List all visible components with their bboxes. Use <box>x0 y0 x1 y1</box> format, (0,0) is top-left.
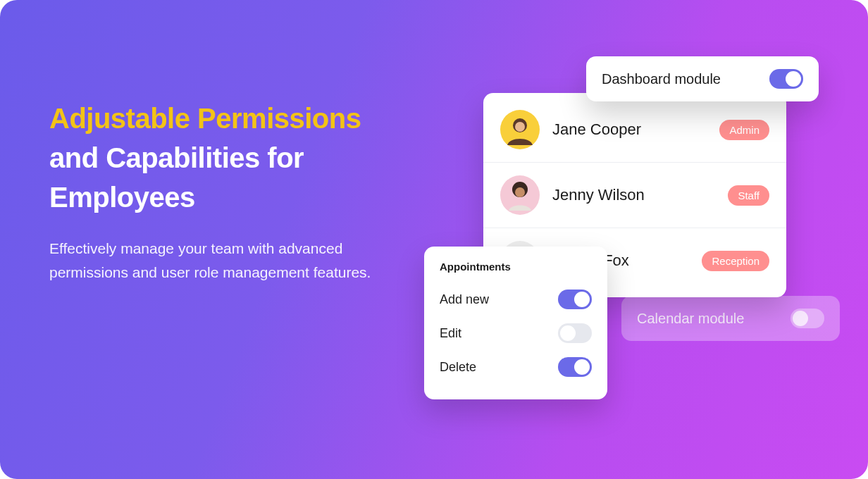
user-row[interactable]: Jane Cooper Admin <box>483 97 786 163</box>
toggle-knob <box>574 359 590 375</box>
subheadline: Effectively manage your team with advanc… <box>49 237 416 284</box>
headline: Adjustable Permissions and Capabilities … <box>49 99 416 217</box>
dashboard-module-label: Dashboard module <box>602 71 721 87</box>
perm-label: Add new <box>440 292 489 307</box>
perm-row-edit: Edit <box>440 316 592 350</box>
appointments-permissions-card: Appointments Add new Edit Delete <box>424 247 607 399</box>
perm-toggle-delete[interactable] <box>558 357 592 377</box>
toggle-knob <box>786 71 801 87</box>
svg-point-2 <box>515 122 525 132</box>
svg-point-5 <box>515 187 525 197</box>
user-name: Jane Cooper <box>552 120 707 139</box>
headline-rest: and Capabilities for Employees <box>49 142 304 213</box>
appointments-title: Appointments <box>440 261 592 273</box>
perm-toggle-edit[interactable] <box>558 323 592 343</box>
calendar-module-label: Calendar module <box>637 311 744 327</box>
avatar <box>500 175 540 215</box>
perm-label: Delete <box>440 360 476 375</box>
dashboard-module-toggle[interactable] <box>769 69 803 89</box>
hero-section: Adjustable Permissions and Capabilities … <box>0 0 868 479</box>
headline-accent: Adjustable Permissions <box>49 103 361 134</box>
role-pill: Staff <box>728 185 769 206</box>
calendar-module-card: Calendar module <box>621 296 840 341</box>
toggle-knob <box>793 311 808 326</box>
cards-stage: Dashboard module Jane Cooper Admin Jenny… <box>424 56 819 423</box>
hero-copy: Adjustable Permissions and Capabilities … <box>49 99 416 284</box>
perm-row-delete: Delete <box>440 350 592 384</box>
user-row[interactable]: Jenny Wilson Staff <box>483 163 786 228</box>
user-name: Jenny Wilson <box>552 186 715 204</box>
toggle-knob <box>574 292 590 307</box>
toggle-knob <box>560 325 576 341</box>
perm-row-add-new: Add new <box>440 282 592 316</box>
perm-toggle-add-new[interactable] <box>558 290 592 309</box>
perm-label: Edit <box>440 326 461 341</box>
role-pill: Admin <box>719 120 769 140</box>
role-pill: Reception <box>702 251 769 271</box>
avatar <box>500 110 540 149</box>
calendar-module-toggle[interactable] <box>790 309 824 328</box>
dashboard-module-card: Dashboard module <box>586 56 819 101</box>
